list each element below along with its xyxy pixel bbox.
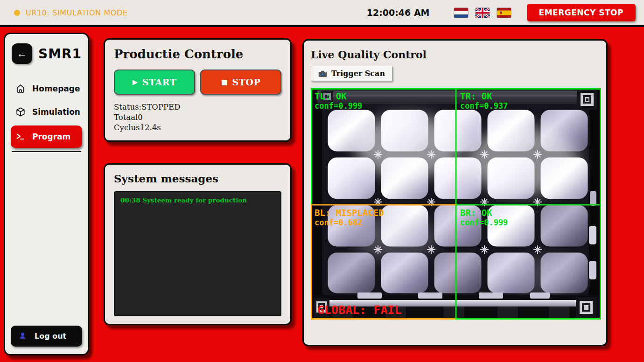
- camera-image: TL: OK conf=0.999 TR: OK conf=0.937 BL: …: [311, 88, 601, 320]
- status-row: Status:STOPPED: [114, 102, 281, 112]
- production-stats: Status:STOPPED Totaal0 Cyclus12.4s: [114, 102, 281, 132]
- global-result-label: GLOBAL: FAIL: [317, 303, 402, 317]
- flag-uk-icon[interactable]: [476, 8, 490, 18]
- status-value: STOPPED: [141, 103, 180, 111]
- play-icon: ▶: [133, 78, 138, 86]
- cycle-row: Cyclus12.4s: [114, 123, 281, 133]
- fiducial-marker-bottom-right: [576, 297, 596, 318]
- trigger-scan-label: Trigger Scan: [331, 69, 385, 78]
- panel-title: Productie Controle: [114, 47, 281, 61]
- production-control-panel: Productie Controle ▶ START ■ STOP Status…: [104, 38, 292, 142]
- start-label: START: [142, 77, 177, 87]
- status-dot-icon: [14, 10, 20, 16]
- stop-square-icon: ■: [221, 78, 228, 86]
- quadrant-label-tl: TL: OK: [315, 91, 347, 101]
- sidebar-item-program[interactable]: Program: [11, 125, 82, 148]
- stop-button[interactable]: ■ STOP: [200, 70, 281, 95]
- top-status-bar: UR10: SIMULATION MODE 12:00:46 AM EMERGE…: [0, 0, 644, 27]
- sidebar-item-label: Program: [32, 132, 70, 141]
- panel-title: Live Quality Control: [311, 49, 599, 61]
- quadrant-conf-br: conf=0.999: [460, 218, 508, 227]
- language-selector: [454, 8, 511, 18]
- camera-icon: [318, 70, 327, 77]
- flag-spain-icon[interactable]: [497, 8, 511, 18]
- robot-mode-text: UR10: SIMULATION MODE: [26, 8, 128, 17]
- sidebar: ← SMR1 Homepage Simulation Program Log o…: [4, 33, 89, 355]
- home-icon: [15, 84, 26, 94]
- logout-button[interactable]: Log out: [11, 326, 82, 347]
- quadrant-conf-tr: conf=0.937: [460, 101, 508, 111]
- logout-label: Log out: [35, 332, 66, 341]
- sidebar-item-label: Homepage: [32, 84, 80, 93]
- flag-netherlands-icon[interactable]: [454, 8, 468, 18]
- quadrant-label-tr: TR: OK: [460, 91, 492, 101]
- nav-separator: [12, 151, 81, 152]
- system-messages-panel: System messages 00:38 Systeem ready for …: [104, 163, 292, 325]
- sidebar-item-homepage[interactable]: Homepage: [11, 79, 82, 98]
- sidebar-item-label: Simulation: [32, 107, 80, 117]
- app-title: SMR1: [38, 46, 82, 62]
- cycle-value: 12.4s: [140, 123, 161, 132]
- message-console: 00:38 Systeem ready for production: [114, 191, 281, 316]
- terminal-icon: [15, 132, 26, 142]
- sidebar-item-simulation[interactable]: Simulation: [11, 102, 82, 122]
- fiducial-marker-top-right: [577, 90, 597, 110]
- quadrant-conf-bl: conf=0.682: [315, 218, 362, 227]
- live-quality-control-panel: Live Quality Control Trigger Scan: [302, 39, 608, 346]
- start-button[interactable]: ▶ START: [114, 70, 195, 95]
- back-button[interactable]: ←: [12, 43, 32, 64]
- total-value: 0: [138, 113, 143, 122]
- robot-mode-indicator: UR10: SIMULATION MODE: [14, 8, 128, 17]
- panel-title: System messages: [114, 172, 281, 185]
- trigger-scan-button[interactable]: Trigger Scan: [311, 66, 392, 81]
- quadrant-label-bl: BL: MISPLACED: [315, 208, 384, 218]
- quadrant-label-br: BR: OK: [460, 208, 492, 218]
- cube-icon: [15, 107, 26, 117]
- camera-view: TL: OK conf=0.999 TR: OK conf=0.937 BL: …: [311, 88, 599, 320]
- quadrant-conf-tl: conf=0.999: [315, 101, 362, 111]
- emergency-stop-button[interactable]: EMERGENCY STOP: [527, 4, 636, 21]
- clock: 12:00:46 AM: [367, 7, 430, 18]
- console-message: 00:38 Systeem ready for production: [120, 196, 275, 204]
- stop-label: STOP: [232, 77, 260, 87]
- user-icon: [18, 332, 27, 341]
- sidebar-header: ← SMR1: [12, 43, 82, 64]
- total-row: Totaal0: [114, 112, 281, 123]
